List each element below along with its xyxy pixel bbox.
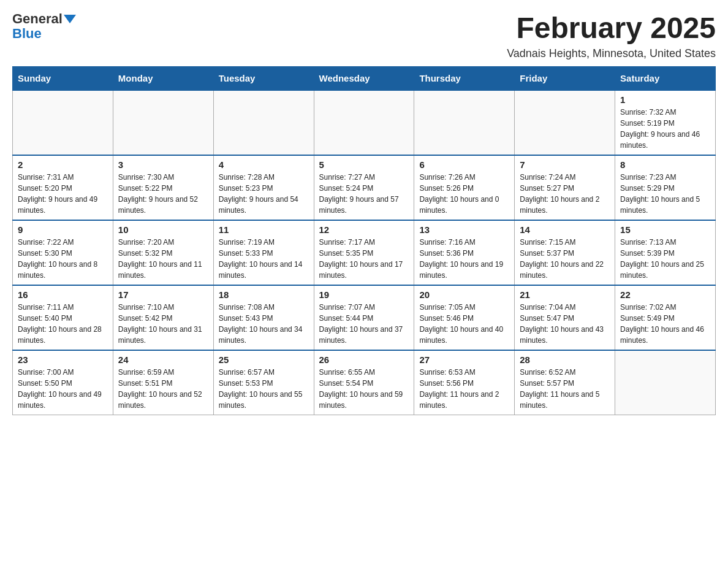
day-info: Sunrise: 7:19 AMSunset: 5:33 PMDaylight:… [219,237,309,281]
day-cell: 22Sunrise: 7:02 AMSunset: 5:49 PMDayligh… [615,285,716,350]
day-number: 12 [319,224,409,235]
logo-arrow-icon [64,15,76,23]
day-info: Sunrise: 6:55 AMSunset: 5:54 PMDaylight:… [319,367,409,411]
day-info: Sunrise: 7:13 AMSunset: 5:39 PMDaylight:… [620,237,710,281]
day-cell: 14Sunrise: 7:15 AMSunset: 5:37 PMDayligh… [515,220,615,285]
day-info: Sunrise: 6:59 AMSunset: 5:51 PMDaylight:… [118,367,208,411]
day-cell: 24Sunrise: 6:59 AMSunset: 5:51 PMDayligh… [113,350,213,415]
day-cell [515,90,615,155]
day-number: 7 [520,159,610,170]
day-number: 21 [520,289,610,300]
day-number: 4 [219,159,309,170]
day-cell: 15Sunrise: 7:13 AMSunset: 5:39 PMDayligh… [615,220,716,285]
day-info: Sunrise: 7:02 AMSunset: 5:49 PMDaylight:… [620,302,710,346]
day-info: Sunrise: 7:23 AMSunset: 5:29 PMDaylight:… [620,172,710,216]
day-info: Sunrise: 7:15 AMSunset: 5:37 PMDaylight:… [520,237,610,281]
weekday-header-thursday: Thursday [414,66,515,90]
day-number: 17 [118,289,208,300]
day-number: 23 [18,354,108,365]
day-info: Sunrise: 7:00 AMSunset: 5:50 PMDaylight:… [18,367,108,411]
day-number: 5 [319,159,409,170]
day-cell: 3Sunrise: 7:30 AMSunset: 5:22 PMDaylight… [113,155,213,220]
day-number: 25 [219,354,309,365]
day-info: Sunrise: 7:20 AMSunset: 5:32 PMDaylight:… [118,237,208,281]
day-cell: 21Sunrise: 7:04 AMSunset: 5:47 PMDayligh… [515,285,615,350]
day-info: Sunrise: 7:07 AMSunset: 5:44 PMDaylight:… [319,302,409,346]
weekday-header-saturday: Saturday [615,66,716,90]
location: Vadnais Heights, Minnesota, United State… [507,47,716,60]
day-info: Sunrise: 7:27 AMSunset: 5:24 PMDaylight:… [319,172,409,216]
day-cell [213,90,314,155]
day-cell [615,350,716,415]
weekday-header-monday: Monday [113,66,213,90]
day-cell: 18Sunrise: 7:08 AMSunset: 5:43 PMDayligh… [213,285,314,350]
day-cell: 10Sunrise: 7:20 AMSunset: 5:32 PMDayligh… [113,220,213,285]
weekday-header-row: SundayMondayTuesdayWednesdayThursdayFrid… [13,66,716,90]
day-number: 19 [319,289,409,300]
week-row-4: 16Sunrise: 7:11 AMSunset: 5:40 PMDayligh… [13,285,716,350]
day-info: Sunrise: 7:16 AMSunset: 5:36 PMDaylight:… [419,237,509,281]
day-number: 18 [219,289,309,300]
day-cell: 20Sunrise: 7:05 AMSunset: 5:46 PMDayligh… [414,285,515,350]
day-number: 15 [620,224,710,235]
day-info: Sunrise: 7:31 AMSunset: 5:20 PMDaylight:… [18,172,108,216]
day-number: 11 [219,224,309,235]
day-cell [113,90,213,155]
day-cell: 28Sunrise: 6:52 AMSunset: 5:57 PMDayligh… [515,350,615,415]
day-info: Sunrise: 6:53 AMSunset: 5:56 PMDaylight:… [419,367,509,411]
day-number: 20 [419,289,509,300]
day-number: 3 [118,159,208,170]
week-row-2: 2Sunrise: 7:31 AMSunset: 5:20 PMDaylight… [13,155,716,220]
day-info: Sunrise: 7:24 AMSunset: 5:27 PMDaylight:… [520,172,610,216]
day-info: Sunrise: 7:10 AMSunset: 5:42 PMDaylight:… [118,302,208,346]
month-title: February 2025 [507,12,716,45]
day-info: Sunrise: 7:32 AMSunset: 5:19 PMDaylight:… [620,107,710,151]
day-cell [414,90,515,155]
day-number: 2 [18,159,108,170]
day-cell: 7Sunrise: 7:24 AMSunset: 5:27 PMDaylight… [515,155,615,220]
day-info: Sunrise: 7:17 AMSunset: 5:35 PMDaylight:… [319,237,409,281]
day-cell: 25Sunrise: 6:57 AMSunset: 5:53 PMDayligh… [213,350,314,415]
day-number: 24 [118,354,208,365]
day-cell [314,90,414,155]
day-number: 13 [419,224,509,235]
week-row-5: 23Sunrise: 7:00 AMSunset: 5:50 PMDayligh… [13,350,716,415]
day-cell: 1Sunrise: 7:32 AMSunset: 5:19 PMDaylight… [615,90,716,155]
page-header: General Blue February 2025 Vadnais Heigh… [12,12,716,60]
day-info: Sunrise: 7:05 AMSunset: 5:46 PMDaylight:… [419,302,509,346]
day-number: 10 [118,224,208,235]
day-cell: 26Sunrise: 6:55 AMSunset: 5:54 PMDayligh… [314,350,414,415]
day-number: 22 [620,289,710,300]
day-number: 9 [18,224,108,235]
day-info: Sunrise: 7:30 AMSunset: 5:22 PMDaylight:… [118,172,208,216]
day-info: Sunrise: 7:04 AMSunset: 5:47 PMDaylight:… [520,302,610,346]
day-cell: 6Sunrise: 7:26 AMSunset: 5:26 PMDaylight… [414,155,515,220]
week-row-3: 9Sunrise: 7:22 AMSunset: 5:30 PMDaylight… [13,220,716,285]
day-cell: 17Sunrise: 7:10 AMSunset: 5:42 PMDayligh… [113,285,213,350]
day-number: 26 [319,354,409,365]
day-number: 1 [620,94,710,105]
logo-general: General [12,12,63,26]
day-info: Sunrise: 7:22 AMSunset: 5:30 PMDaylight:… [18,237,108,281]
day-number: 28 [520,354,610,365]
day-cell: 13Sunrise: 7:16 AMSunset: 5:36 PMDayligh… [414,220,515,285]
day-info: Sunrise: 6:57 AMSunset: 5:53 PMDaylight:… [219,367,309,411]
day-info: Sunrise: 7:08 AMSunset: 5:43 PMDaylight:… [219,302,309,346]
day-number: 8 [620,159,710,170]
day-cell: 5Sunrise: 7:27 AMSunset: 5:24 PMDaylight… [314,155,414,220]
calendar-table: SundayMondayTuesdayWednesdayThursdayFrid… [12,66,716,415]
day-info: Sunrise: 7:28 AMSunset: 5:23 PMDaylight:… [219,172,309,216]
day-info: Sunrise: 7:26 AMSunset: 5:26 PMDaylight:… [419,172,509,216]
day-cell: 16Sunrise: 7:11 AMSunset: 5:40 PMDayligh… [13,285,113,350]
day-cell: 23Sunrise: 7:00 AMSunset: 5:50 PMDayligh… [13,350,113,415]
day-cell: 4Sunrise: 7:28 AMSunset: 5:23 PMDaylight… [213,155,314,220]
logo-blue: Blue [12,26,42,42]
week-row-1: 1Sunrise: 7:32 AMSunset: 5:19 PMDaylight… [13,90,716,155]
day-cell: 8Sunrise: 7:23 AMSunset: 5:29 PMDaylight… [615,155,716,220]
weekday-header-sunday: Sunday [13,66,113,90]
title-section: February 2025 Vadnais Heights, Minnesota… [507,12,716,60]
day-cell: 2Sunrise: 7:31 AMSunset: 5:20 PMDaylight… [13,155,113,220]
weekday-header-friday: Friday [515,66,615,90]
weekday-header-wednesday: Wednesday [314,66,414,90]
day-info: Sunrise: 6:52 AMSunset: 5:57 PMDaylight:… [520,367,610,411]
